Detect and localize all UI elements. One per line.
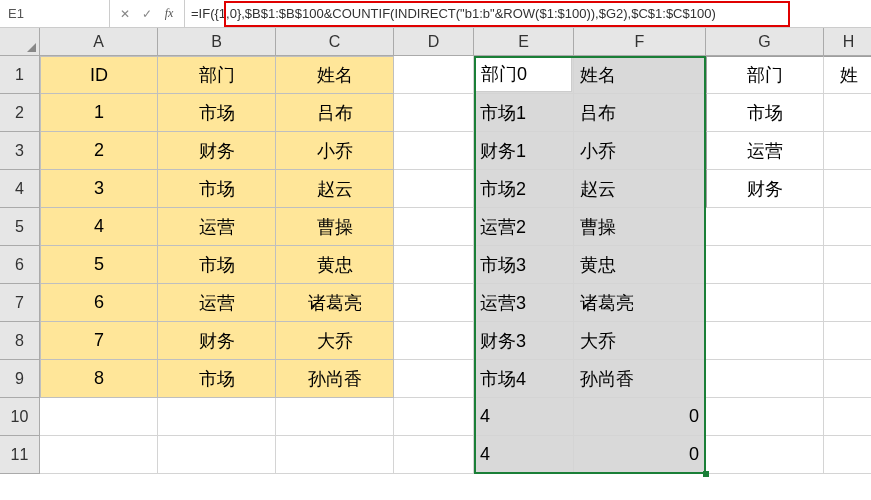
cell-d9[interactable]: [394, 360, 474, 398]
cell-f7[interactable]: 诸葛亮: [574, 284, 706, 322]
col-header-d[interactable]: D: [394, 28, 474, 56]
cell-h1[interactable]: 姓: [824, 56, 871, 94]
cell-f10[interactable]: 0: [574, 398, 706, 436]
cell-a6[interactable]: 5: [40, 246, 158, 284]
name-box[interactable]: E1: [0, 0, 110, 27]
cell-h2[interactable]: [824, 94, 871, 132]
cell-f11[interactable]: 0: [574, 436, 706, 474]
cell-g8[interactable]: [706, 322, 824, 360]
cell-c1[interactable]: 姓名: [276, 56, 394, 94]
cell-e8[interactable]: 财务3: [474, 322, 574, 360]
cell-c9[interactable]: 孙尚香: [276, 360, 394, 398]
cell-h10[interactable]: [824, 398, 871, 436]
cell-f9[interactable]: 孙尚香: [574, 360, 706, 398]
cell-e4[interactable]: 市场2: [474, 170, 574, 208]
row-header-5[interactable]: 5: [0, 208, 40, 246]
cell-c6[interactable]: 黄忠: [276, 246, 394, 284]
row-header-2[interactable]: 2: [0, 94, 40, 132]
cell-f4[interactable]: 赵云: [574, 170, 706, 208]
cell-g10[interactable]: [706, 398, 824, 436]
cell-d2[interactable]: [394, 94, 474, 132]
cell-e10[interactable]: 4: [474, 398, 574, 436]
cell-c5[interactable]: 曹操: [276, 208, 394, 246]
cell-c8[interactable]: 大乔: [276, 322, 394, 360]
cell-c7[interactable]: 诸葛亮: [276, 284, 394, 322]
row-header-6[interactable]: 6: [0, 246, 40, 284]
cell-d1[interactable]: [394, 56, 474, 94]
cell-b7[interactable]: 运营: [158, 284, 276, 322]
col-header-h[interactable]: H: [824, 28, 871, 56]
col-header-a[interactable]: A: [40, 28, 158, 56]
col-header-f[interactable]: F: [574, 28, 706, 56]
row-header-4[interactable]: 4: [0, 170, 40, 208]
cell-e9[interactable]: 市场4: [474, 360, 574, 398]
col-header-g[interactable]: G: [706, 28, 824, 56]
select-all-corner[interactable]: [0, 28, 40, 56]
cell-g5[interactable]: [706, 208, 824, 246]
cancel-icon[interactable]: ✕: [114, 0, 136, 27]
cell-a3[interactable]: 2: [40, 132, 158, 170]
cell-g2[interactable]: 市场: [706, 94, 824, 132]
col-header-e[interactable]: E: [474, 28, 574, 56]
fx-icon[interactable]: fx: [158, 0, 180, 27]
row-header-7[interactable]: 7: [0, 284, 40, 322]
cell-c10[interactable]: [276, 398, 394, 436]
cell-b10[interactable]: [158, 398, 276, 436]
cell-b6[interactable]: 市场: [158, 246, 276, 284]
cell-d11[interactable]: [394, 436, 474, 474]
row-header-8[interactable]: 8: [0, 322, 40, 360]
cell-b5[interactable]: 运营: [158, 208, 276, 246]
cell-f2[interactable]: 吕布: [574, 94, 706, 132]
cell-e11[interactable]: 4: [474, 436, 574, 474]
cell-a4[interactable]: 3: [40, 170, 158, 208]
cell-d3[interactable]: [394, 132, 474, 170]
cell-d7[interactable]: [394, 284, 474, 322]
cell-g7[interactable]: [706, 284, 824, 322]
cell-d10[interactable]: [394, 398, 474, 436]
cell-g1[interactable]: 部门: [706, 56, 824, 94]
col-header-b[interactable]: B: [158, 28, 276, 56]
cell-a2[interactable]: 1: [40, 94, 158, 132]
cell-f1[interactable]: 姓名: [574, 56, 706, 94]
row-header-10[interactable]: 10: [0, 398, 40, 436]
cell-c3[interactable]: 小乔: [276, 132, 394, 170]
cell-e2[interactable]: 市场1: [474, 94, 574, 132]
row-header-3[interactable]: 3: [0, 132, 40, 170]
cell-a10[interactable]: [40, 398, 158, 436]
cell-c4[interactable]: 赵云: [276, 170, 394, 208]
cell-g11[interactable]: [706, 436, 824, 474]
cell-b3[interactable]: 财务: [158, 132, 276, 170]
cell-b8[interactable]: 财务: [158, 322, 276, 360]
cell-d5[interactable]: [394, 208, 474, 246]
col-header-c[interactable]: C: [276, 28, 394, 56]
formula-input[interactable]: =IF({1,0},$B$1:$B$100&COUNTIF(INDIRECT("…: [185, 0, 871, 27]
cell-h6[interactable]: [824, 246, 871, 284]
cell-g4[interactable]: 财务: [706, 170, 824, 208]
cell-h9[interactable]: [824, 360, 871, 398]
cell-a11[interactable]: [40, 436, 158, 474]
cell-f8[interactable]: 大乔: [574, 322, 706, 360]
cell-e7[interactable]: 运营3: [474, 284, 574, 322]
cell-a5[interactable]: 4: [40, 208, 158, 246]
cell-f6[interactable]: 黄忠: [574, 246, 706, 284]
cell-d6[interactable]: [394, 246, 474, 284]
cell-a1[interactable]: ID: [40, 56, 158, 94]
row-header-1[interactable]: 1: [0, 56, 40, 94]
cell-c2[interactable]: 吕布: [276, 94, 394, 132]
cell-f5[interactable]: 曹操: [574, 208, 706, 246]
cell-e6[interactable]: 市场3: [474, 246, 574, 284]
active-cell-e1[interactable]: 部门0: [474, 56, 572, 92]
cell-d4[interactable]: [394, 170, 474, 208]
row-header-11[interactable]: 11: [0, 436, 40, 474]
cell-h4[interactable]: [824, 170, 871, 208]
cell-h8[interactable]: [824, 322, 871, 360]
cell-g6[interactable]: [706, 246, 824, 284]
cell-a9[interactable]: 8: [40, 360, 158, 398]
cell-e5[interactable]: 运营2: [474, 208, 574, 246]
cell-b9[interactable]: 市场: [158, 360, 276, 398]
cell-b11[interactable]: [158, 436, 276, 474]
cell-e3[interactable]: 财务1: [474, 132, 574, 170]
cell-c11[interactable]: [276, 436, 394, 474]
cell-h5[interactable]: [824, 208, 871, 246]
cell-b4[interactable]: 市场: [158, 170, 276, 208]
